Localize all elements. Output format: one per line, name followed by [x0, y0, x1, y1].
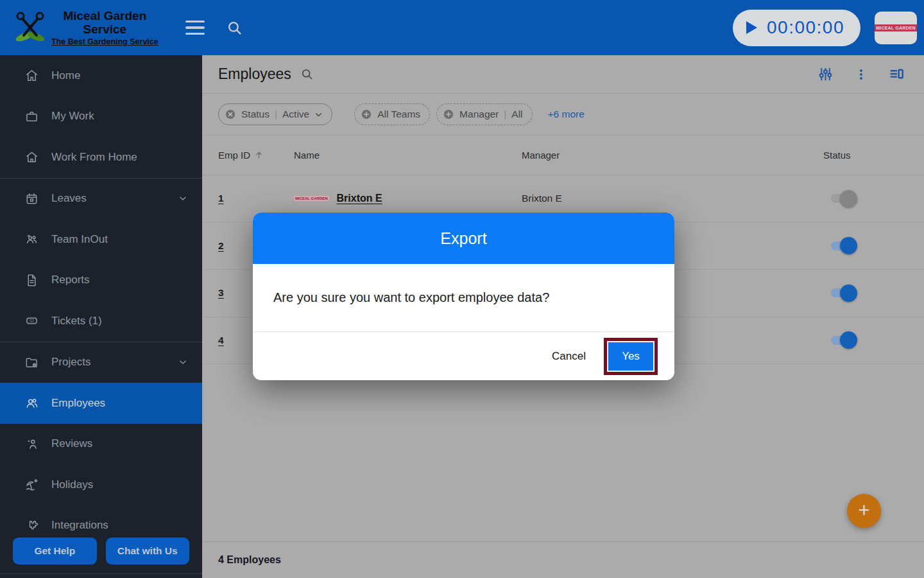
- get-help-button[interactable]: Get Help: [13, 538, 97, 565]
- sidebar-item-team-inout[interactable]: Team InOut: [0, 219, 202, 260]
- chip-label: Status: [241, 109, 270, 120]
- page-header: Employees: [202, 55, 924, 94]
- sidebar-item-label: Employees: [51, 397, 188, 410]
- filter-chip-all-teams[interactable]: All Teams: [354, 103, 430, 125]
- brand-name: Miceal Garden Service: [56, 9, 153, 37]
- sidebar-item-label: Integrations: [51, 519, 188, 532]
- add-filter-icon: [443, 109, 454, 120]
- employees-icon: [24, 396, 39, 410]
- briefcase-icon: [24, 109, 39, 124]
- filter-bar: Status | Active All Teams Manager |: [202, 94, 924, 136]
- play-icon: [746, 21, 757, 34]
- search-icon[interactable]: [227, 20, 243, 36]
- sidebar-item-label: Holidays: [51, 478, 188, 491]
- column-header-name[interactable]: Name: [294, 150, 522, 161]
- remove-filter-icon: [225, 109, 236, 120]
- sort-ascending-icon: [254, 150, 264, 160]
- dialog-footer: Cancel Yes: [253, 332, 674, 380]
- sidebar-item-employees[interactable]: Employees: [0, 383, 202, 424]
- dialog-title: Export: [253, 213, 674, 264]
- filter-chip-status[interactable]: Status | Active: [218, 103, 332, 125]
- toggle-knob: [840, 331, 857, 349]
- projects-folder-icon: [24, 355, 39, 370]
- cancel-button[interactable]: Cancel: [552, 350, 586, 363]
- sidebar-item-label: Tickets (1): [51, 315, 188, 328]
- sidebar-item-label: Home: [51, 69, 188, 82]
- chip-value: All: [511, 109, 522, 120]
- sidebar-item-label: Reviews: [51, 437, 188, 450]
- sidebar-item-holidays[interactable]: Holidays: [0, 464, 202, 505]
- app: Miceal Garden Service The Best Gardening…: [0, 0, 924, 578]
- sidebar-item-home[interactable]: Home: [0, 55, 202, 96]
- toggle-knob: [840, 285, 857, 302]
- sidebar-item-label: Work From Home: [51, 151, 188, 164]
- sidebar-item-reviews[interactable]: Reviews: [0, 424, 202, 465]
- content-footer: 4 Employees: [202, 541, 924, 578]
- work-from-home-icon: [24, 150, 39, 164]
- timer-button[interactable]: 00:00:00: [733, 10, 860, 46]
- emp-id-link[interactable]: 4: [218, 335, 224, 346]
- list-view-icon[interactable]: [889, 66, 905, 82]
- avatar-logo-label: MICEAL GARDEN: [875, 24, 917, 31]
- sidebar-item-work-from-home[interactable]: Work From Home: [0, 137, 202, 178]
- sidebar-item-label: Reports: [51, 274, 188, 286]
- filter-chip-manager[interactable]: Manager | All: [436, 103, 532, 125]
- sidebar-item-reports[interactable]: Reports: [0, 260, 202, 301]
- timer-value: 00:00:00: [767, 17, 844, 38]
- topbar-right: 00:00:00 MICEAL GARDEN: [733, 10, 917, 46]
- emp-id-link[interactable]: 3: [218, 287, 224, 299]
- sidebar-item-label: Leaves: [51, 192, 166, 205]
- ticket-icon: [24, 313, 39, 328]
- column-header-emp-id[interactable]: Emp ID: [218, 150, 294, 161]
- chevron-down-icon: [314, 110, 323, 119]
- chip-label: All Teams: [377, 109, 420, 120]
- status-toggle[interactable]: [831, 288, 855, 297]
- brand-logo[interactable]: Miceal Garden Service The Best Gardening…: [13, 9, 158, 47]
- sidebar-item-projects[interactable]: Projects: [0, 342, 202, 383]
- toggle-knob: [840, 237, 857, 254]
- sidebar-item-label: My Work: [51, 110, 188, 123]
- more-filters-link[interactable]: +6 more: [548, 109, 585, 120]
- status-toggle[interactable]: [831, 336, 855, 345]
- column-header-manager[interactable]: Manager: [522, 150, 823, 161]
- sidebar-item-label: Team InOut: [51, 233, 188, 246]
- emp-id-link[interactable]: 2: [218, 240, 224, 252]
- brand-tagline: The Best Gardening Service: [51, 37, 158, 46]
- reviews-icon: [24, 437, 39, 451]
- team-inout-icon: [24, 232, 39, 247]
- manager-cell: Brixton E: [522, 193, 823, 204]
- column-label: Manager: [522, 150, 560, 161]
- header-actions: [817, 66, 905, 82]
- chat-with-us-button[interactable]: Chat with Us: [106, 538, 190, 565]
- yes-button[interactable]: Yes: [608, 342, 653, 371]
- column-label: Emp ID: [218, 150, 250, 161]
- chip-label: Manager: [459, 109, 499, 120]
- status-toggle[interactable]: [831, 194, 855, 203]
- employee-count: 4 Employees: [218, 554, 281, 566]
- avatar[interactable]: MICEAL GARDEN: [875, 12, 917, 44]
- holidays-beach-icon: [24, 477, 39, 492]
- employee-logo-badge: MICEAL GARDEN: [294, 196, 329, 201]
- column-label: Status: [823, 150, 851, 161]
- filter-sliders-icon[interactable]: [817, 66, 834, 82]
- add-employee-fab[interactable]: +: [847, 494, 881, 528]
- sidebar-item-tickets[interactable]: Tickets (1): [0, 301, 202, 342]
- sidebar: Home My Work Work From Home: [0, 55, 202, 578]
- column-header-status[interactable]: Status: [823, 150, 924, 161]
- name-cell: MICEAL GARDEN Brixton E: [294, 193, 522, 204]
- sidebar-item-leaves[interactable]: Leaves: [0, 179, 202, 220]
- kebab-menu-icon[interactable]: [854, 67, 868, 82]
- hamburger-menu-icon[interactable]: [185, 19, 206, 37]
- employee-search-icon[interactable]: [300, 67, 314, 81]
- toggle-knob: [840, 190, 857, 207]
- emp-id-link[interactable]: 1: [218, 193, 224, 204]
- employee-name-link[interactable]: Brixton E: [337, 193, 382, 204]
- sidebar-item-my-work[interactable]: My Work: [0, 96, 202, 137]
- status-toggle[interactable]: [831, 241, 855, 250]
- home-icon: [24, 68, 39, 83]
- sidebar-footer: Get Help Chat with Us: [0, 533, 202, 578]
- table-header: Emp ID Name Manager Status: [202, 136, 924, 175]
- chip-divider: |: [504, 109, 506, 120]
- chip-divider: |: [275, 109, 277, 120]
- page-title: Employees: [218, 66, 291, 83]
